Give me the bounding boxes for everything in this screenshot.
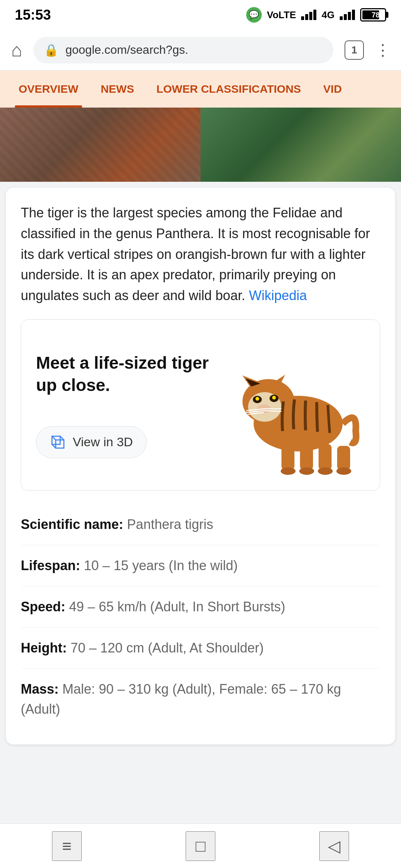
view-3d-label: View in 3D	[73, 435, 133, 449]
tiger-svg	[224, 335, 365, 476]
signal-bars	[301, 10, 316, 20]
home-icon[interactable]: ⌂	[11, 39, 22, 61]
messages-icon: 💬	[246, 7, 262, 23]
svg-rect-18	[319, 444, 332, 470]
ar-title: Meet a life-sized tiger up close.	[36, 352, 224, 397]
svg-rect-16	[281, 444, 294, 470]
lock-icon: 🔒	[44, 43, 59, 57]
bottom-navigation: ≡ □ ◁	[0, 823, 401, 868]
fact-value-lifespan: 10 – 15 years (In the wild)	[84, 558, 238, 573]
fact-label-height: Height:	[21, 640, 67, 655]
svg-point-21	[299, 467, 314, 475]
fact-value-mass: Male: 90 – 310 kg (Adult), Female: 65 – …	[21, 681, 341, 717]
fact-value-height: 70 – 120 cm (Adult, At Shoulder)	[71, 640, 264, 655]
svg-point-23	[336, 467, 351, 475]
tab-news[interactable]: NEWS	[89, 70, 145, 108]
tab-overview[interactable]: OVERVIEW	[7, 70, 89, 108]
svg-rect-17	[300, 444, 313, 470]
nav-menu-button[interactable]: ≡	[52, 831, 82, 861]
status-time: 15:53	[15, 7, 51, 23]
tab-lower-classifications[interactable]: LOWER CLASSIFICATIONS	[145, 70, 312, 108]
network-signal-bars	[340, 10, 355, 20]
ar-card: Meet a life-sized tiger up close. View i…	[21, 319, 380, 491]
back-icon: ◁	[328, 836, 340, 855]
tiger-image-right	[200, 108, 401, 182]
fact-label-scientific-name: Scientific name:	[21, 517, 123, 532]
ar-text-side: Meet a life-sized tiger up close. View i…	[36, 352, 224, 458]
svg-rect-19	[337, 446, 350, 470]
hamburger-icon: ≡	[62, 837, 72, 855]
status-bar: 15:53 💬 VoLTE 4G 78	[0, 0, 401, 30]
svg-point-11	[255, 397, 259, 401]
status-icons: 💬 VoLTE 4G 78	[246, 7, 386, 23]
fact-height: Height: 70 – 120 cm (Adult, At Shoulder)	[21, 628, 380, 669]
nav-home-button[interactable]: □	[186, 831, 215, 861]
tab-count[interactable]: 1	[345, 40, 364, 60]
volte-label: VoLTE	[267, 9, 296, 21]
description-text: The tiger is the largest species among t…	[21, 203, 380, 306]
network-label: 4G	[322, 9, 335, 21]
view-3d-button[interactable]: View in 3D	[36, 426, 147, 458]
nav-back-button[interactable]: ◁	[319, 831, 349, 861]
fact-label-speed: Speed:	[21, 599, 65, 614]
fact-lifespan: Lifespan: 10 – 15 years (In the wild)	[21, 545, 380, 586]
square-icon: □	[196, 837, 206, 855]
tab-videos[interactable]: VID	[312, 70, 353, 108]
fact-label-mass: Mass:	[21, 681, 59, 697]
fact-label-lifespan: Lifespan:	[21, 558, 80, 573]
fact-value-scientific-name: Panthera tigris	[127, 517, 213, 532]
battery-level: 78	[372, 11, 380, 19]
menu-dots-icon[interactable]: ⋮	[375, 41, 390, 59]
fact-mass: Mass: Male: 90 – 310 kg (Adult), Female:…	[21, 669, 380, 730]
url-text: google.com/search?gs.	[65, 43, 323, 57]
url-bar[interactable]: 🔒 google.com/search?gs.	[33, 37, 333, 63]
battery-icon: 78	[360, 8, 386, 22]
facts-section: Scientific name: Panthera tigris Lifespa…	[21, 504, 380, 730]
wikipedia-link[interactable]: Wikipedia	[249, 288, 307, 303]
fact-value-speed: 49 – 65 km/h (Adult, In Short Bursts)	[69, 599, 285, 614]
fact-speed: Speed: 49 – 65 km/h (Adult, In Short Bur…	[21, 586, 380, 628]
nav-tabs: OVERVIEW NEWS LOWER CLASSIFICATIONS VID	[0, 70, 401, 108]
svg-point-22	[318, 467, 333, 475]
fact-scientific-name: Scientific name: Panthera tigris	[21, 504, 380, 545]
tiger-3d-image	[224, 335, 365, 476]
browser-bar: ⌂ 🔒 google.com/search?gs. 1 ⋮	[0, 30, 401, 70]
main-content-card: The tiger is the largest species among t…	[6, 188, 395, 744]
svg-point-12	[272, 396, 276, 400]
svg-point-20	[281, 467, 296, 475]
tiger-image-left	[0, 108, 200, 182]
image-strip	[0, 108, 401, 182]
cube-3d-icon	[50, 434, 66, 450]
